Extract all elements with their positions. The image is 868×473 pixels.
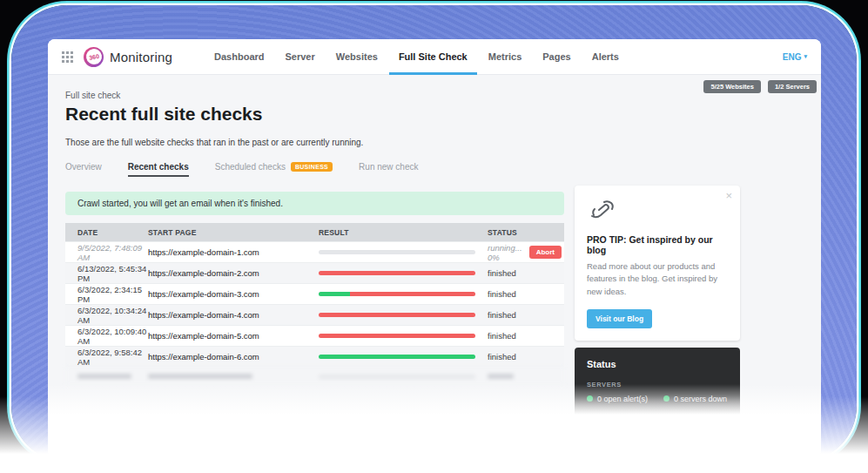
status-cell: finished <box>488 331 564 341</box>
usage-badges: 5/25 Websites1/2 Servers <box>703 80 817 93</box>
brand-logo-icon[interactable]: 360 <box>84 47 104 67</box>
status-section-label: WEBSITES <box>587 415 728 422</box>
table-body: 9/5/2022, 7:48:09 AMhttps://example-doma… <box>65 241 564 367</box>
result-cell <box>319 271 488 275</box>
start-page-cell: https://example-domain-3.com <box>148 289 319 299</box>
date-cell: 6/13/2022, 5:45:34 PM <box>65 264 148 283</box>
tab-scheduled-checks[interactable]: Scheduled checksBUSINESS <box>215 162 333 177</box>
result-cell <box>319 250 488 254</box>
protip-title: PRO TIP: Get inspired by our blog <box>587 234 728 255</box>
usage-badge: 5/25 Websites <box>703 80 760 93</box>
start-page-cell: https://example-domain-4.com <box>148 310 319 320</box>
tab-run-new-check[interactable]: Run new check <box>359 162 418 177</box>
language-label: ENG <box>783 52 802 62</box>
status-item: 0 open alert(s) <box>587 395 663 403</box>
progress-segment <box>319 334 475 338</box>
nav-item-full-site-check[interactable]: Full Site Check <box>388 39 478 74</box>
tab-label: Run new check <box>359 162 418 172</box>
snap-fingers-icon <box>587 198 620 222</box>
start-page-cell: https://example-domain-6.com <box>148 352 319 362</box>
date-cell: 6/3/2022, 10:09:40 AM <box>65 327 148 346</box>
table-row[interactable]: 9/5/2022, 7:48:09 AMhttps://example-doma… <box>65 241 564 262</box>
status-text: finished <box>488 268 516 278</box>
status-cell: finished <box>488 289 564 299</box>
progress-segment <box>350 292 475 296</box>
table-row[interactable]: 6/3/2022, 10:09:40 AMhttps://example-dom… <box>65 325 564 346</box>
page-subtitle: Those are the full website checks that r… <box>65 138 804 147</box>
table-header-row: DATESTART PAGERESULTSTATUS <box>65 223 564 241</box>
table-row[interactable]: 6/3/2022, 10:34:24 AMhttps://example-dom… <box>65 304 564 325</box>
close-icon[interactable]: × <box>725 189 732 202</box>
nav-item-metrics[interactable]: Metrics <box>478 39 533 74</box>
brand-logo-text: 360 <box>84 48 103 66</box>
status-cell: finished <box>488 268 564 278</box>
app-window: 360 Monitoring DashboardServerWebsitesFu… <box>48 39 821 457</box>
status-text: finished <box>488 289 516 299</box>
status-item: 0 websites down <box>663 429 728 446</box>
green-status-dot-icon <box>587 395 593 402</box>
protip-card: × PRO TIP: Get inspired by our blog Read… <box>575 186 740 341</box>
date-cell: 6/3/2022, 10:34:24 AM <box>65 306 148 325</box>
tab-label: Overview <box>65 162 102 172</box>
progress-segment <box>319 313 475 317</box>
tab-label: Scheduled checks <box>215 162 286 172</box>
tab-overview[interactable]: Overview <box>65 162 102 177</box>
green-status-dot-icon <box>663 434 670 440</box>
table-row-faded <box>65 367 564 385</box>
nav-item-pages[interactable]: Pages <box>532 39 581 74</box>
visit-blog-button[interactable]: Visit our Blog <box>587 309 652 328</box>
status-items-row: 0 open alert(s)0 websites down <box>587 429 728 446</box>
progress-segment <box>319 355 475 359</box>
status-item-label: 0 servers down <box>674 395 727 403</box>
status-cell: running... 0%Abort <box>488 243 567 262</box>
status-sections: SERVERS0 open alert(s)0 servers downWEBS… <box>587 381 728 446</box>
column-header: DATE <box>65 228 148 237</box>
status-text: running... 0% <box>488 243 522 262</box>
status-item-label: 0 open alert(s) <box>597 395 648 403</box>
status-item: 0 open alert(s) <box>587 429 663 446</box>
progress-bar <box>319 313 475 317</box>
progress-bar <box>319 355 475 359</box>
abort-button[interactable]: Abort <box>529 246 562 259</box>
tab-label: Recent checks <box>128 162 189 172</box>
green-status-dot-icon <box>587 434 593 440</box>
status-text: finished <box>488 331 516 341</box>
green-status-dot-icon <box>663 395 670 402</box>
main-area: Crawl started, you will get an email whe… <box>65 192 804 450</box>
progress-bar <box>319 250 475 254</box>
language-selector[interactable]: ENG ▾ <box>783 52 807 62</box>
status-text: finished <box>488 352 516 362</box>
table-row[interactable]: 6/3/2022, 9:58:42 AMhttps://example-doma… <box>65 346 564 367</box>
tab-recent-checks[interactable]: Recent checks <box>128 162 189 177</box>
sidebar-column: × PRO TIP: Get inspired by our blog Read… <box>575 186 740 450</box>
progress-bar <box>319 334 475 338</box>
nav-item-websites[interactable]: Websites <box>326 39 388 74</box>
protip-body: Read more about our products and feature… <box>587 260 728 298</box>
status-section-label: SERVERS <box>587 381 728 389</box>
nav-item-server[interactable]: Server <box>275 39 326 74</box>
column-header: STATUS <box>488 228 564 237</box>
status-item-label: 0 websites down <box>674 429 728 446</box>
success-banner: Crawl started, you will get an email whe… <box>65 192 564 215</box>
date-cell: 6/3/2022, 2:34:15 PM <box>65 285 148 304</box>
status-items-row: 0 open alert(s)0 servers down <box>587 395 728 403</box>
page-content: 5/25 Websites1/2 Servers Full site check… <box>48 75 821 457</box>
status-text: finished <box>488 310 516 320</box>
apps-grid-icon[interactable] <box>62 51 73 63</box>
status-card: Status SERVERS0 open alert(s)0 servers d… <box>575 348 740 450</box>
status-card-title: Status <box>587 359 728 369</box>
top-nav: 360 Monitoring DashboardServerWebsitesFu… <box>48 39 821 75</box>
nav-item-dashboard[interactable]: Dashboard <box>204 39 274 74</box>
result-cell <box>319 334 488 338</box>
table-row[interactable]: 6/13/2022, 5:45:34 PMhttps://example-dom… <box>65 262 564 283</box>
status-cell: finished <box>488 352 564 362</box>
nav-item-alerts[interactable]: Alerts <box>582 39 629 74</box>
brand-name[interactable]: Monitoring <box>110 50 172 64</box>
column-header: START PAGE <box>148 228 319 237</box>
table-row[interactable]: 6/3/2022, 2:34:15 PMhttps://example-doma… <box>65 283 564 304</box>
usage-badge: 1/2 Servers <box>768 80 817 93</box>
date-cell: 6/3/2022, 9:58:42 AM <box>65 348 148 367</box>
result-cell <box>319 292 488 296</box>
start-page-cell: https://example-domain-1.com <box>148 247 319 257</box>
progress-segment <box>319 292 350 296</box>
